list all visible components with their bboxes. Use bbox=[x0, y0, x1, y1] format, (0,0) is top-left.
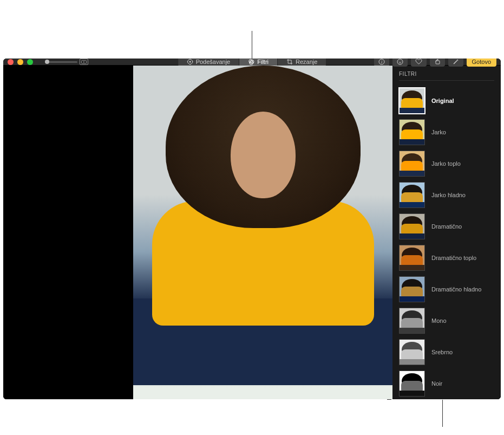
svg-line-18 bbox=[454, 61, 457, 64]
zoom-slider-thumb[interactable] bbox=[45, 60, 49, 64]
left-gutter bbox=[3, 66, 133, 399]
svg-text:i: i bbox=[381, 60, 382, 64]
svg-marker-1 bbox=[83, 61, 85, 63]
heart-icon bbox=[415, 59, 422, 65]
filter-item[interactable]: Dramatično toplo bbox=[399, 242, 494, 274]
face-icon bbox=[397, 59, 403, 65]
filter-label: Jarko hladno bbox=[431, 192, 466, 198]
filter-thumbnail bbox=[399, 339, 425, 365]
minimize-window-button[interactable] bbox=[17, 59, 23, 65]
done-button-label: Gotovo bbox=[472, 59, 491, 65]
callout-line-top bbox=[252, 31, 252, 59]
svg-point-3 bbox=[189, 61, 191, 63]
filter-item[interactable]: Jarko toplo bbox=[399, 148, 494, 179]
crop-tab-label: Rezanje bbox=[296, 59, 317, 65]
adjust-icon bbox=[187, 59, 193, 65]
filter-label: Srebrno bbox=[431, 349, 453, 355]
filter-thumbnail bbox=[399, 245, 425, 271]
filters-panel: FILTRI OriginalJarkoJarko toploJarko hla… bbox=[392, 66, 501, 399]
filter-item[interactable]: Dramatično hladno bbox=[399, 274, 494, 305]
filter-label: Jarko toplo bbox=[431, 160, 461, 167]
auto-enhance-button[interactable] bbox=[448, 59, 463, 67]
filter-thumbnail bbox=[399, 151, 425, 177]
filter-thumbnail bbox=[399, 308, 425, 334]
filters-list: OriginalJarkoJarko toploJarko hladnoDram… bbox=[399, 85, 494, 399]
main-image-viewer[interactable] bbox=[133, 66, 392, 399]
photo-preview bbox=[133, 66, 392, 399]
filter-label: Dramatično bbox=[431, 223, 462, 230]
info-icon: i bbox=[378, 59, 385, 65]
filter-thumbnail bbox=[399, 182, 425, 208]
content-area: FILTRI OriginalJarkoJarko toploJarko hla… bbox=[3, 66, 501, 399]
filters-icon bbox=[248, 59, 254, 65]
zoom-control[interactable] bbox=[45, 59, 88, 65]
filter-thumbnail bbox=[399, 119, 425, 145]
zoom-slider[interactable] bbox=[45, 61, 77, 63]
filter-thumbnail bbox=[399, 88, 425, 114]
svg-point-13 bbox=[397, 59, 403, 64]
titlebar: Podešavanje Filtri Rezanje i bbox=[3, 59, 501, 66]
filter-label: Original bbox=[431, 98, 454, 104]
filter-label: Jarko bbox=[431, 129, 446, 135]
done-button[interactable]: Gotovo bbox=[467, 59, 496, 67]
close-window-button[interactable] bbox=[8, 59, 14, 65]
svg-rect-16 bbox=[436, 61, 440, 64]
filter-thumbnail bbox=[399, 276, 425, 302]
aspect-icon[interactable] bbox=[80, 59, 88, 65]
filter-label: Dramatično hladno bbox=[431, 286, 481, 293]
magic-wand-icon bbox=[453, 59, 459, 65]
filter-item[interactable]: Original bbox=[399, 85, 494, 116]
filter-item[interactable]: Noir bbox=[399, 368, 494, 399]
filter-item[interactable]: Jarko hladno bbox=[399, 179, 494, 211]
fullscreen-window-button[interactable] bbox=[27, 59, 33, 65]
callout-line-bottom bbox=[442, 400, 443, 427]
filter-item[interactable]: Mono bbox=[399, 305, 494, 336]
filters-panel-title: FILTRI bbox=[399, 71, 494, 81]
filter-thumbnail bbox=[399, 213, 425, 239]
crop-icon bbox=[286, 59, 293, 65]
svg-point-14 bbox=[398, 61, 399, 61]
window-controls bbox=[8, 59, 33, 65]
svg-point-15 bbox=[401, 61, 401, 61]
favorite-button[interactable] bbox=[411, 59, 427, 67]
filter-thumbnail bbox=[399, 371, 425, 397]
filter-label: Noir bbox=[431, 380, 442, 387]
app-window: Podešavanje Filtri Rezanje i bbox=[3, 59, 501, 399]
filter-label: Mono bbox=[431, 317, 447, 324]
rotate-icon bbox=[434, 59, 441, 65]
filter-item[interactable]: Dramatično bbox=[399, 211, 494, 242]
face-button[interactable] bbox=[392, 59, 408, 67]
filters-tab-label: Filtri bbox=[257, 59, 269, 65]
svg-marker-17 bbox=[437, 59, 438, 61]
filter-item[interactable]: Jarko bbox=[399, 116, 494, 148]
adjust-tab-label: Podešavanje bbox=[196, 59, 231, 65]
rotate-button[interactable] bbox=[430, 59, 445, 67]
filter-item[interactable]: Srebrno bbox=[399, 336, 494, 368]
filter-label: Dramatično toplo bbox=[431, 255, 476, 261]
